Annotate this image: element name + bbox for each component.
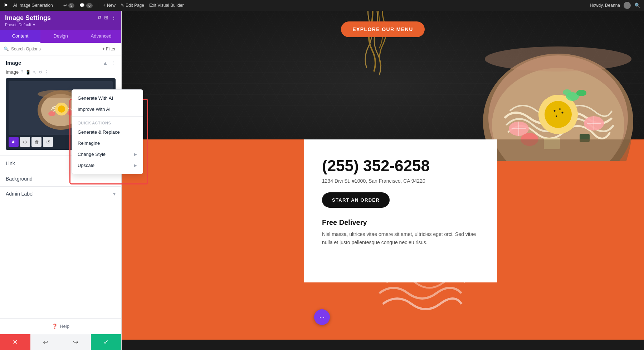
topbar-divider-2 (98, 3, 98, 8)
section-more-icon[interactable]: ⋮ (111, 60, 116, 66)
svg-point-25 (576, 90, 586, 96)
wordpress-icon[interactable]: ⚑ (4, 3, 8, 8)
white-card-wrapper: (255) 352-6258 1234 Divi St. #1000, San … (157, 139, 644, 282)
cancel-button[interactable]: ✕ (0, 334, 30, 350)
image-section-title: Image (6, 60, 21, 66)
help-circle-icon: ❓ (52, 324, 58, 329)
image-section-actions: ▲ ⋮ (103, 60, 116, 66)
generate-with-ai-item[interactable]: Generate With AI (72, 93, 143, 104)
redo-button[interactable]: ↪ (61, 334, 91, 350)
ramen-bowl-svg (444, 11, 644, 161)
dropdown-menu: Generate With AI Improve With AI Quick A… (72, 89, 143, 174)
dropdown-divider (72, 116, 143, 117)
plus-icon: + (103, 3, 106, 8)
reset-toolbar-button[interactable]: ↺ (43, 137, 53, 147)
svg-point-4 (58, 105, 65, 113)
topbar: ⚑ AI Image Generation ↩ 3 💬 0 + New ✎ Ed… (0, 0, 644, 11)
ai-image-gen-label: AI Image Generation (13, 3, 53, 8)
link-section-label: Link (6, 161, 15, 166)
reset-icon[interactable]: ↺ (39, 70, 42, 75)
delete-toolbar-button[interactable]: 🗑 (31, 137, 42, 147)
topbar-divider-1 (58, 3, 58, 8)
sidebar: Image Settings Preset: Default ▼ ⧉ ⊞ ⋮ C… (0, 11, 122, 350)
delivery-text: Nisl massa, ultrices vitae ornare sit am… (322, 230, 479, 246)
filter-label: + Filter (102, 46, 116, 51)
orange-section: (255) 352-6258 1234 Divi St. #1000, San … (122, 139, 644, 340)
image-section-header: Image ▲ ⋮ (0, 55, 121, 69)
search-bar: 🔍 + Filter (0, 43, 121, 55)
new-link[interactable]: + New (103, 3, 116, 8)
exit-builder-label: Exit Visual Builder (149, 3, 184, 8)
ai-toolbar-button[interactable]: AI (9, 137, 19, 147)
reimagine-item[interactable]: Reimagine (72, 138, 143, 149)
change-style-item[interactable]: Change Style ▶ (72, 149, 143, 160)
exit-builder-link[interactable]: Exit Visual Builder (149, 3, 184, 8)
quick-actions-label: Quick Actions (72, 118, 143, 127)
tab-design[interactable]: Design (40, 30, 81, 43)
phone-number: (255) 352-6258 (322, 157, 479, 174)
contact-card: (255) 352-6258 1234 Divi St. #1000, San … (304, 139, 497, 282)
tab-content[interactable]: Content (0, 30, 40, 43)
svg-point-5 (48, 111, 55, 116)
svg-point-14 (559, 108, 561, 110)
svg-point-12 (545, 101, 572, 128)
floating-dots-button[interactable]: ··· (314, 309, 330, 325)
dots-icon: ··· (319, 314, 325, 321)
comments-count: 0 (86, 3, 93, 8)
background-section-label: Background (6, 176, 33, 182)
change-style-arrow: ▶ (134, 152, 137, 156)
start-order-button[interactable]: START AN ORDER (322, 192, 390, 208)
help-label: Help (60, 324, 69, 329)
tab-advanced[interactable]: Advanced (81, 30, 121, 43)
image-label: Image (6, 69, 19, 75)
upscale-item[interactable]: Upscale ▶ (72, 160, 143, 171)
chevron-down-icon: ▾ (113, 191, 116, 197)
admin-label-section[interactable]: Admin Label ▾ (0, 187, 121, 201)
svg-point-29 (485, 46, 631, 72)
sidebar-header-icons: ⧉ ⊞ ⋮ (98, 14, 116, 20)
page-content: EXPLORE OUR MENU (122, 11, 644, 350)
save-button[interactable]: ✓ (91, 334, 121, 350)
image-label-row: Image ? 📱 ↖ ↺ ⋮ (6, 69, 116, 75)
generate-replace-item[interactable]: Generate & Replace (72, 127, 143, 138)
help-button[interactable]: ❓ Help (52, 324, 69, 329)
improve-with-ai-item[interactable]: Improve With AI (72, 104, 143, 115)
address: 1234 Divi St. #1000, San Francisco, CA 9… (322, 178, 479, 184)
user-avatar[interactable] (624, 2, 631, 9)
undo-link[interactable]: ↩ 3 (63, 3, 75, 8)
undo-count: 3 (68, 3, 75, 8)
edit-icon: ✎ (121, 3, 124, 8)
more-options-icon[interactable]: ⋮ (44, 70, 49, 75)
sidebar-footer: ❓ Help (0, 318, 121, 334)
svg-point-16 (556, 115, 557, 117)
ai-image-generation-link[interactable]: AI Image Generation (13, 3, 53, 8)
more-icon[interactable]: ⋮ (111, 15, 116, 20)
help-question-icon[interactable]: ? (21, 70, 23, 75)
filter-button[interactable]: + Filter (100, 46, 118, 52)
collapse-icon[interactable]: ▲ (103, 60, 108, 66)
bottom-toolbar: ✕ ↩ ↪ ✓ (0, 334, 121, 350)
comments-link[interactable]: 💬 0 (79, 3, 93, 8)
howdy-label: Howdy, Deanna (590, 3, 620, 8)
sidebar-header: Image Settings Preset: Default ▼ ⧉ ⊞ ⋮ (0, 11, 121, 30)
search-icon[interactable]: 🔍 (634, 3, 640, 8)
main-layout: Image Settings Preset: Default ▼ ⧉ ⊞ ⋮ C… (0, 11, 644, 350)
upscale-arrow: ▶ (134, 163, 137, 167)
comments-icon: 💬 (79, 3, 85, 8)
search-input[interactable] (11, 46, 98, 51)
undo-icon: ↩ (63, 3, 67, 8)
duplicate-icon[interactable]: ⧉ (98, 14, 101, 20)
svg-point-15 (562, 112, 564, 114)
mobile-icon[interactable]: 📱 (25, 70, 31, 75)
settings-toolbar-button[interactable]: ⚙ (20, 137, 30, 147)
svg-point-26 (563, 89, 571, 95)
edit-page-link[interactable]: ✎ Edit Page (121, 3, 144, 8)
sidebar-tabs: Content Design Advanced (0, 30, 121, 43)
explore-menu-button[interactable]: EXPLORE OUR MENU (341, 21, 424, 37)
layout-icon[interactable]: ⊞ (104, 15, 108, 20)
cursor-icon[interactable]: ↖ (33, 70, 36, 75)
topbar-right: Howdy, Deanna 🔍 (590, 2, 641, 9)
new-label: New (107, 3, 116, 8)
sidebar-preset[interactable]: Preset: Default ▼ (5, 23, 51, 27)
undo-button[interactable]: ↩ (30, 334, 61, 350)
